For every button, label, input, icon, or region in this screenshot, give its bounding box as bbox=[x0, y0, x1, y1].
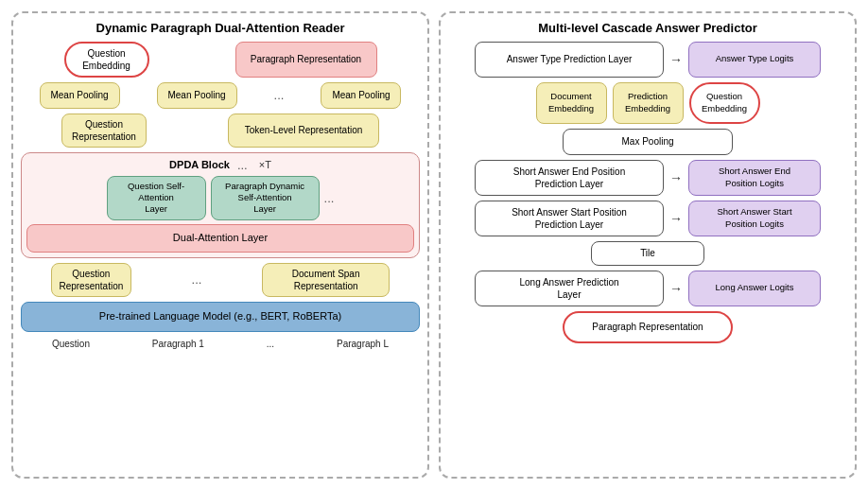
paragraph-dynamic-attention: Paragraph Dynamic Self-AttentionLayer bbox=[211, 176, 320, 220]
paragraph-representation-label: Paragraph Representation bbox=[251, 53, 361, 65]
pretrained-lm: Pre-trained Language Model (e.g., BERT, … bbox=[21, 302, 420, 332]
label-question: Question bbox=[52, 339, 90, 349]
doc-embed-label: DocumentEmbedding bbox=[548, 91, 594, 114]
mean-pooling-3: Mean Pooling bbox=[321, 82, 401, 109]
left-top-row: QuestionEmbedding Paragraph Representati… bbox=[21, 42, 420, 78]
answer-type-row: Answer Type Prediction Layer → Answer Ty… bbox=[448, 42, 847, 78]
tile-box: Tile bbox=[591, 241, 704, 266]
right-panel: Multi-level Cascade Answer Predictor Ans… bbox=[439, 11, 857, 479]
arrow-short-start: → bbox=[669, 211, 683, 226]
doc-span-repr: Document Span Representation bbox=[262, 263, 390, 297]
dual-attention-layer: Dual-Attention Layer bbox=[26, 224, 414, 253]
left-labels-row: Question Paragraph 1 ... Paragraph L bbox=[21, 339, 420, 349]
answer-type-logits: Answer Type Logits bbox=[688, 42, 821, 78]
pooling-dots: ... bbox=[274, 88, 285, 102]
dpda-title: DPDA Block bbox=[169, 159, 230, 170]
tile-row: Tile bbox=[448, 241, 847, 266]
document-embedding: DocumentEmbedding bbox=[536, 82, 607, 124]
short-start-layer: Short Answer Start PositionPrediction La… bbox=[475, 201, 664, 236]
question-self-attention: Question Self-AttentionLayer bbox=[107, 176, 206, 220]
left-repr-row: QuestionRepresentation Token-Level Repre… bbox=[21, 114, 420, 148]
short-end-layer: Short Answer End PositionPrediction Laye… bbox=[475, 160, 664, 196]
right-panel-title: Multi-level Cascade Answer Predictor bbox=[538, 21, 756, 35]
long-answer-label: Long Answer PredictionLayer bbox=[519, 276, 618, 301]
answer-type-layer: Answer Type Prediction Layer bbox=[475, 42, 664, 78]
long-logits: Long Answer Logits bbox=[688, 271, 821, 306]
question-embedding-box: QuestionEmbedding bbox=[64, 42, 149, 78]
short-end-logits: Short Answer EndPosition Logits bbox=[688, 160, 821, 196]
dpda-block: DPDA Block ... ×T Question Self-Attentio… bbox=[21, 152, 420, 258]
paragraph-dynamic-label: Paragraph Dynamic Self-AttentionLayer bbox=[217, 181, 313, 216]
label-dots: ... bbox=[267, 339, 274, 349]
paragraph-representation-box: Paragraph Representation bbox=[235, 42, 377, 78]
max-pooling-row: Max Pooling bbox=[448, 129, 847, 155]
short-end-label: Short Answer End PositionPrediction Laye… bbox=[513, 166, 625, 190]
short-end-row: Short Answer End PositionPrediction Laye… bbox=[448, 160, 847, 196]
para-repr-row: Paragraph Representation bbox=[448, 311, 847, 343]
max-pooling-box: Max Pooling bbox=[563, 129, 733, 155]
short-start-logits: Short Answer StartPosition Logits bbox=[688, 201, 821, 236]
token-level-repr: Token-Level Representation bbox=[228, 114, 379, 148]
dpda-dots: ... bbox=[237, 158, 248, 172]
input-dots: ... bbox=[192, 272, 202, 287]
times-t: ×T bbox=[259, 159, 271, 170]
arrow-short-end: → bbox=[669, 170, 683, 185]
label-paragraph1: Paragraph 1 bbox=[152, 339, 204, 349]
question-repr-top-label: QuestionRepresentation bbox=[72, 118, 136, 143]
short-end-logits-label: Short Answer EndPosition Logits bbox=[719, 166, 790, 189]
arrow-answer-type: → bbox=[669, 52, 683, 67]
left-pooling-row: Mean Pooling Mean Pooling ... Mean Pooli… bbox=[21, 82, 420, 109]
left-panel: Dynamic Paragraph Dual-Attention Reader … bbox=[11, 11, 429, 479]
mean-pooling-2: Mean Pooling bbox=[157, 82, 237, 109]
left-input-row: QuestionRepresentation ... Document Span… bbox=[21, 263, 420, 297]
dpda-inner-dots: ... bbox=[324, 176, 335, 220]
prediction-embedding: PredictionEmbedding bbox=[613, 82, 684, 124]
question-repr-input: QuestionRepresentation bbox=[51, 263, 131, 297]
q-embed-label: QuestionEmbedding bbox=[702, 91, 747, 114]
long-answer-row: Long Answer PredictionLayer → Long Answe… bbox=[448, 271, 847, 306]
embedding-row: DocumentEmbedding PredictionEmbedding Qu… bbox=[448, 82, 847, 124]
question-repr-input-label: QuestionRepresentation bbox=[59, 268, 123, 292]
short-start-row: Short Answer Start PositionPrediction La… bbox=[448, 201, 847, 236]
paragraph-repr-right: Paragraph Representation bbox=[563, 311, 733, 343]
label-paragraphL: Paragraph L bbox=[337, 339, 389, 349]
long-answer-layer: Long Answer PredictionLayer bbox=[475, 271, 664, 306]
short-start-logits-label: Short Answer StartPosition Logits bbox=[717, 206, 791, 230]
question-self-label: Question Self-AttentionLayer bbox=[113, 181, 200, 216]
left-panel-title: Dynamic Paragraph Dual-Attention Reader bbox=[21, 21, 420, 35]
mean-pooling-1: Mean Pooling bbox=[40, 82, 120, 109]
short-start-label: Short Answer Start PositionPrediction La… bbox=[512, 206, 627, 231]
question-repr-top: QuestionRepresentation bbox=[61, 114, 147, 148]
question-embedding-right: QuestionEmbedding bbox=[689, 82, 760, 124]
pred-embed-label: PredictionEmbedding bbox=[625, 91, 670, 114]
question-embedding-label: QuestionEmbedding bbox=[82, 47, 130, 72]
dpda-inner-row: Question Self-AttentionLayer Paragraph D… bbox=[26, 176, 414, 220]
arrow-long: → bbox=[669, 281, 683, 296]
